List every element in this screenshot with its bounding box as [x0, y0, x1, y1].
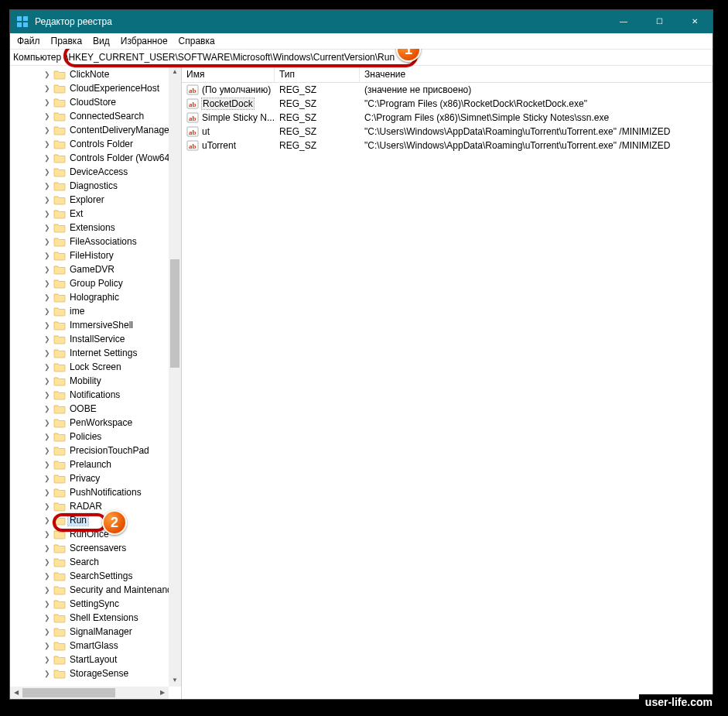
tree-scrollbar-vertical[interactable]: ▲ ▼	[169, 66, 181, 687]
chevron-right-icon[interactable]: ❯	[43, 154, 52, 162]
tree-item[interactable]: ❯Mobility	[10, 374, 181, 388]
chevron-right-icon[interactable]: ❯	[43, 112, 52, 120]
chevron-right-icon[interactable]: ❯	[43, 126, 52, 134]
chevron-right-icon[interactable]: ❯	[43, 586, 52, 594]
chevron-right-icon[interactable]: ❯	[43, 447, 52, 454]
tree-item[interactable]: ❯CloudExperienceHost	[10, 81, 181, 95]
chevron-right-icon[interactable]: ❯	[43, 516, 52, 524]
chevron-right-icon[interactable]: ❯	[43, 224, 52, 231]
list-row[interactable]: Simple Sticky N...REG_SZC:\Program Files…	[182, 111, 713, 125]
chevron-right-icon[interactable]: ❯	[43, 182, 52, 190]
chevron-right-icon[interactable]: ❯	[43, 210, 52, 218]
tree-item[interactable]: ❯SmartGlass	[10, 639, 181, 653]
title-bar[interactable]: Редактор реестра — ☐ ✕	[10, 10, 713, 33]
list-row[interactable]: utREG_SZ"C:\Users\Windows\AppData\Roamin…	[182, 125, 713, 139]
tree-item[interactable]: ❯SettingSync	[10, 597, 181, 611]
tree-item[interactable]: ❯Extensions	[10, 221, 181, 235]
tree-item[interactable]: ❯SearchSettings	[10, 569, 181, 583]
tree-scrollbar-horizontal[interactable]: ◀ ▶	[10, 687, 169, 699]
list-row[interactable]: uTorrentREG_SZ"C:\Users\Windows\AppData\…	[182, 139, 713, 152]
chevron-right-icon[interactable]: ❯	[43, 502, 52, 510]
chevron-right-icon[interactable]: ❯	[43, 238, 52, 245]
chevron-right-icon[interactable]: ❯	[43, 670, 52, 677]
chevron-right-icon[interactable]: ❯	[43, 349, 52, 357]
tree-item[interactable]: ❯RunOnce	[10, 527, 181, 541]
chevron-right-icon[interactable]: ❯	[43, 614, 52, 622]
tree-item[interactable]: ❯FileAssociations	[10, 235, 181, 248]
chevron-right-icon[interactable]: ❯	[43, 70, 52, 78]
scroll-thumb-h[interactable]	[22, 688, 115, 697]
chevron-right-icon[interactable]: ❯	[43, 405, 52, 413]
tree-item[interactable]: ❯Group Policy	[10, 276, 181, 290]
maximize-button[interactable]: ☐	[641, 10, 677, 33]
tree-item[interactable]: ❯FileHistory	[10, 248, 181, 262]
scroll-down-icon[interactable]: ▼	[169, 674, 181, 687]
tree-item[interactable]: ❯Run	[10, 513, 181, 527]
chevron-right-icon[interactable]: ❯	[43, 140, 52, 148]
column-name[interactable]: Имя	[182, 66, 275, 83]
tree-item[interactable]: ❯DeviceAccess	[10, 165, 181, 179]
chevron-right-icon[interactable]: ❯	[43, 530, 52, 538]
tree-item[interactable]: ❯InstallService	[10, 332, 181, 346]
chevron-right-icon[interactable]: ❯	[43, 279, 52, 287]
tree-item[interactable]: ❯Search	[10, 555, 181, 569]
chevron-right-icon[interactable]: ❯	[43, 572, 52, 580]
tree-item[interactable]: ❯ClickNote	[10, 67, 181, 81]
chevron-right-icon[interactable]: ❯	[43, 196, 52, 204]
chevron-right-icon[interactable]: ❯	[43, 377, 52, 385]
tree-item[interactable]: ❯ImmersiveShell	[10, 318, 181, 332]
tree-item[interactable]: ❯PrecisionTouchPad	[10, 444, 181, 457]
column-type[interactable]: Тип	[275, 66, 360, 83]
tree-item[interactable]: ❯StartLayout	[10, 653, 181, 666]
chevron-right-icon[interactable]: ❯	[43, 488, 52, 496]
scroll-up-icon[interactable]: ▲	[169, 66, 181, 78]
tree-item[interactable]: ❯ContentDeliveryManager	[10, 123, 181, 137]
chevron-right-icon[interactable]: ❯	[43, 474, 52, 482]
tree-item[interactable]: ❯Holographic	[10, 290, 181, 304]
tree-item[interactable]: ❯Screensavers	[10, 541, 181, 555]
tree-item[interactable]: ❯Explorer	[10, 193, 181, 207]
tree-item[interactable]: ❯Shell Extensions	[10, 611, 181, 625]
chevron-right-icon[interactable]: ❯	[43, 656, 52, 663]
tree-item[interactable]: ❯ConnectedSearch	[10, 109, 181, 123]
list-row[interactable]: (По умолчанию)REG_SZ(значение не присвое…	[182, 83, 713, 97]
tree-item[interactable]: ❯PushNotifications	[10, 485, 181, 499]
tree-item[interactable]: ❯ime	[10, 304, 181, 318]
column-value[interactable]: Значение	[360, 66, 713, 83]
chevron-right-icon[interactable]: ❯	[43, 252, 52, 259]
menu-view[interactable]: Вид	[87, 34, 115, 48]
list-row[interactable]: RocketDockREG_SZ"C:\Program Files (x86)\…	[182, 97, 713, 111]
tree-item[interactable]: ❯Policies	[10, 430, 181, 444]
tree-item[interactable]: ❯Security and Maintenance	[10, 583, 181, 597]
tree-item[interactable]: ❯Prelaunch	[10, 457, 181, 471]
chevron-right-icon[interactable]: ❯	[43, 84, 52, 92]
chevron-right-icon[interactable]: ❯	[43, 168, 52, 176]
chevron-right-icon[interactable]: ❯	[43, 558, 52, 566]
chevron-right-icon[interactable]: ❯	[43, 600, 52, 608]
chevron-right-icon[interactable]: ❯	[43, 433, 52, 440]
menu-edit[interactable]: Правка	[46, 34, 88, 48]
tree-item[interactable]: ❯Controls Folder (Wow64)	[10, 151, 181, 165]
chevron-right-icon[interactable]: ❯	[43, 266, 52, 273]
tree-item[interactable]: ❯Internet Settings	[10, 346, 181, 360]
tree-item[interactable]: ❯OOBE	[10, 402, 181, 416]
address-input[interactable]	[63, 51, 713, 63]
chevron-right-icon[interactable]: ❯	[43, 391, 52, 399]
chevron-right-icon[interactable]: ❯	[43, 321, 52, 329]
tree-item[interactable]: ❯Ext	[10, 207, 181, 221]
chevron-right-icon[interactable]: ❯	[43, 307, 52, 315]
tree-item[interactable]: ❯Notifications	[10, 388, 181, 402]
tree-item[interactable]: ❯Controls Folder	[10, 137, 181, 151]
menu-file[interactable]: Файл	[12, 34, 46, 48]
chevron-right-icon[interactable]: ❯	[43, 642, 52, 649]
tree-item[interactable]: ❯SignalManager	[10, 625, 181, 639]
chevron-right-icon[interactable]: ❯	[43, 628, 52, 635]
close-button[interactable]: ✕	[677, 10, 713, 33]
scroll-thumb[interactable]	[170, 259, 179, 368]
chevron-right-icon[interactable]: ❯	[43, 335, 52, 343]
tree-item[interactable]: ❯Lock Screen	[10, 360, 181, 374]
tree-item[interactable]: ❯Privacy	[10, 471, 181, 485]
tree-item[interactable]: ❯CloudStore	[10, 95, 181, 109]
chevron-right-icon[interactable]: ❯	[43, 544, 52, 552]
chevron-right-icon[interactable]: ❯	[43, 461, 52, 468]
